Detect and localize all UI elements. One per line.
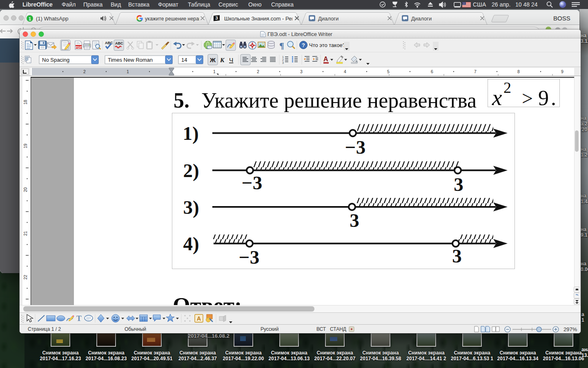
svg-text:1): 1): [183, 123, 198, 144]
svg-text:4): 4): [183, 233, 199, 254]
svg-text:−3: −3: [239, 247, 259, 268]
svg-text:Что это такое?: Что это такое?: [309, 42, 345, 48]
svg-text:8: 8: [517, 69, 520, 74]
svg-text:2: 2: [83, 69, 86, 74]
svg-text:Ж: Ж: [209, 56, 216, 63]
svg-text:3: 3: [282, 61, 284, 64]
svg-text:−3: −3: [242, 172, 262, 193]
svg-text:T: T: [76, 314, 82, 323]
svg-text:4: 4: [344, 69, 346, 74]
svg-text:3: 3: [454, 174, 463, 195]
svg-text:−3: −3: [345, 137, 365, 158]
svg-text:Школьные Знания.com - Реше: Школьные Знания.com - Реше: [224, 16, 299, 22]
svg-text:9: 9: [561, 69, 564, 74]
svg-text:3: 3: [300, 69, 303, 74]
svg-text:19: 19: [23, 144, 28, 148]
svg-text:14: 14: [181, 57, 187, 63]
svg-text:6: 6: [431, 69, 433, 74]
svg-text:7: 7: [474, 69, 477, 74]
svg-text:¶: ¶: [279, 40, 284, 51]
svg-text:3): 3): [183, 197, 199, 218]
svg-text:BOSS: BOSS: [553, 15, 570, 22]
svg-text:1: 1: [213, 69, 216, 74]
svg-text:5: 5: [387, 69, 390, 74]
svg-text:3: 3: [452, 245, 462, 267]
svg-text:Times New Roman: Times New Roman: [108, 57, 153, 63]
svg-text:ABC: ABC: [105, 41, 113, 45]
svg-text:Диалоги: Диалоги: [318, 16, 339, 22]
svg-text:22: 22: [23, 275, 28, 280]
svg-text:21: 21: [23, 231, 28, 236]
svg-text:No Spacing: No Spacing: [42, 57, 69, 63]
svg-text:З: З: [215, 16, 218, 20]
svg-text:К: К: [220, 56, 225, 63]
svg-text:PDF: PDF: [76, 45, 82, 49]
svg-text:А: А: [323, 56, 328, 63]
svg-text:Диалоги: Диалоги: [411, 16, 432, 22]
svg-text:A: A: [197, 315, 201, 322]
svg-text:297%: 297%: [564, 326, 577, 332]
svg-text:ABC: ABC: [115, 41, 123, 45]
svg-text:20: 20: [23, 187, 28, 192]
svg-text:1: 1: [127, 69, 129, 74]
svg-text:?: ?: [302, 42, 305, 48]
svg-text:18: 18: [23, 100, 28, 105]
svg-text:1: 1: [282, 56, 284, 58]
svg-text:1: 1: [29, 16, 31, 21]
svg-text:2): 2): [183, 160, 199, 181]
svg-text:3: 3: [350, 210, 359, 231]
svg-text:2: 2: [257, 69, 259, 74]
svg-text:(1) WhatsApp: (1) WhatsApp: [36, 16, 68, 22]
svg-text:Ч: Ч: [229, 56, 233, 63]
